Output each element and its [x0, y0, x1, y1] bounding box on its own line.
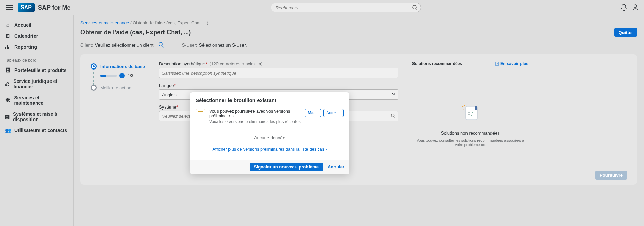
report-new-button[interactable]: Signaler un nouveau problème — [250, 163, 323, 171]
show-more-row: Afficher plus de versions préliminaires … — [196, 143, 344, 155]
draft-modal: Sélectionner le brouillon existant Vous … — [190, 92, 349, 174]
cancel-button[interactable]: Annuler — [328, 164, 344, 170]
no-data-text: Aucune donnée — [196, 129, 344, 143]
modal-title: Sélectionner le brouillon existant — [190, 92, 349, 106]
draft-icon — [196, 109, 205, 121]
modal-backdrop: Sélectionner le brouillon existant Vous … — [0, 0, 644, 226]
show-more-link[interactable]: Afficher plus de versions préliminaires … — [213, 147, 327, 152]
modal-line2: Voici les 0 versions préliminaires les p… — [209, 119, 301, 124]
chevron-right-icon: › — [325, 147, 327, 152]
other-drafts-button[interactable]: Autres... — [323, 109, 344, 117]
modal-line1: Vous pouvez poursuivre avec vos versions… — [209, 109, 301, 118]
my-drafts-button[interactable]: Mes b... — [305, 109, 321, 117]
